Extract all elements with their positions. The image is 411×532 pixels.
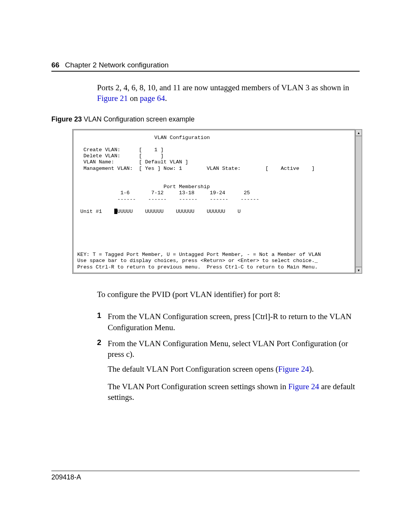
- step-number: 2: [97, 338, 108, 410]
- terminal-content: VLAN Configuration Create VLAN: [ 1 ] De…: [72, 129, 356, 274]
- intro-on: on: [128, 94, 140, 103]
- step-text: From the VLAN Configuration Menu, select…: [108, 338, 360, 410]
- footer: 209418-A: [51, 471, 360, 481]
- scroll-up-icon[interactable]: ▴: [355, 129, 362, 136]
- step-list: 1 From the VLAN Configuration screen, pr…: [51, 311, 360, 409]
- scrollbar[interactable]: ▴ ▾: [355, 129, 362, 274]
- running-header: 66 Chapter 2 Network configuration: [51, 61, 360, 72]
- follow-a: The default VLAN Port Configuration scre…: [108, 364, 278, 374]
- step-number: 1: [97, 311, 108, 333]
- follow-b: ).: [309, 364, 314, 374]
- intro-paragraph: Ports 2, 4, 6, 8, 10, and 11 are now unt…: [51, 82, 360, 104]
- document-id: 209418-A: [51, 473, 81, 481]
- step-1: 1 From the VLAN Configuration screen, pr…: [97, 311, 360, 333]
- step-text: From the VLAN Configuration screen, pres…: [108, 311, 360, 333]
- page-link[interactable]: page 64: [140, 94, 165, 103]
- intro-end: .: [165, 94, 167, 103]
- scroll-down-icon[interactable]: ▾: [355, 267, 362, 273]
- page: 66 Chapter 2 Network configuration Ports…: [0, 0, 411, 532]
- step-2-follow-2: The VLAN Port Configuration screen setti…: [108, 381, 360, 403]
- figure-caption-text: VLAN Configuration screen example: [82, 115, 194, 123]
- chapter-title: [61, 61, 65, 69]
- step-2: 2 From the VLAN Configuration Menu, sele…: [97, 338, 360, 410]
- intro-text-a: Ports 2, 4, 6, 8, 10, and 11 are now unt…: [97, 83, 349, 92]
- figure-link[interactable]: Figure 21: [97, 94, 128, 103]
- scroll-thumb[interactable]: [355, 136, 362, 267]
- step-2-follow-1: The default VLAN Port Configuration scre…: [108, 364, 360, 374]
- follow2-a: The VLAN Port Configuration screen setti…: [108, 382, 288, 391]
- step-2-main: From the VLAN Configuration Menu, select…: [108, 339, 348, 359]
- figure-label: Figure 23: [51, 115, 82, 123]
- figure-link[interactable]: Figure 24: [288, 382, 319, 391]
- post-figure-paragraph: To configure the PVID (port VLAN identif…: [51, 289, 360, 300]
- figure-link[interactable]: Figure 24: [278, 364, 309, 374]
- terminal-screenshot: VLAN Configuration Create VLAN: [ 1 ] De…: [72, 129, 356, 274]
- figure-caption: Figure 23 VLAN Configuration screen exam…: [51, 115, 360, 123]
- chapter-title-text: Chapter 2 Network configuration: [65, 61, 169, 69]
- page-number: 66: [51, 61, 59, 69]
